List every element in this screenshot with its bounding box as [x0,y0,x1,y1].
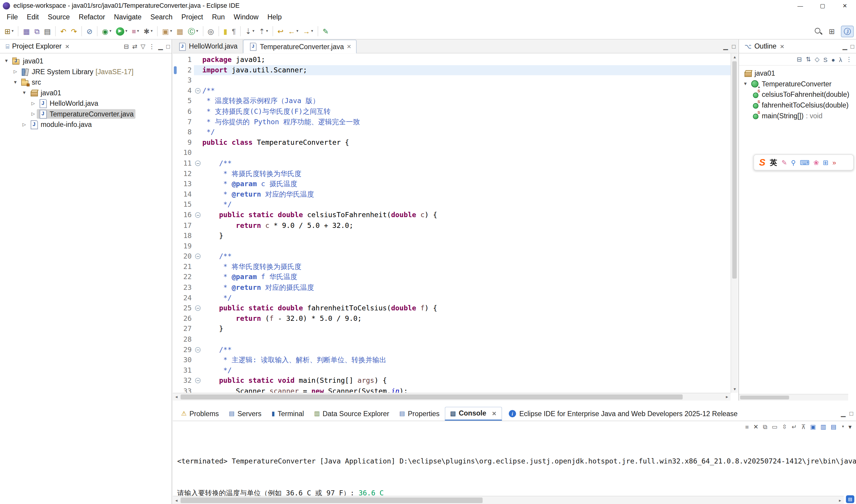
editor-tab-helloworld-java[interactable]: JHelloWorld.java [173,40,243,53]
fold-collapse-icon[interactable]: − [195,212,201,218]
next-annotation-button[interactable]: ⇣▾ [244,25,256,37]
fold-collapse-icon[interactable]: − [195,347,201,353]
scroll-up-icon[interactable]: ▴ [731,54,738,61]
ime-keyboard-icon[interactable]: ⌨ [800,159,809,166]
dropdown-arrow-icon[interactable]: ▾ [297,29,299,33]
show-on-stdout-icon[interactable]: ▣ [810,423,816,430]
code-text[interactable]: public static double celsiusToFahrenheit… [202,210,731,220]
link-with-editor-icon[interactable]: ⇄ [132,42,137,50]
menu-refactor[interactable]: Refactor [74,12,109,23]
java-ee-perspective-icon[interactable]: Ⓙ [841,25,854,37]
tree-item-java01[interactable]: ▼Jjava01 [0,56,172,67]
new-wizard-button[interactable]: ⊞▾ [3,25,15,37]
menu-search[interactable]: Search [146,12,177,23]
hide-non-public-icon[interactable]: ● [831,56,835,62]
hscroll-thumb[interactable] [181,394,683,399]
chevron-down-icon[interactable]: ▼ [3,58,10,64]
scroll-right-icon[interactable]: ▸ [724,394,731,401]
remove-launch-icon[interactable]: ✕ [753,423,758,430]
dropdown-arrow-icon[interactable]: ▾ [137,29,139,33]
tree-item-main-string[interactable]: Smain(String[]): void [739,110,856,121]
tree-item-temperatureconverter-java[interactable]: ▷JTemperatureConverter.java [0,109,172,120]
pin-console-icon[interactable]: ⊼ [801,423,806,430]
close-icon[interactable]: ✕ [65,43,70,50]
menu-project[interactable]: Project [177,12,208,23]
chevron-right-icon[interactable]: ▷ [21,122,28,127]
tree-item-java01[interactable]: ▼java01 [0,88,172,98]
code-text[interactable]: */ [202,293,731,303]
fold-collapse-icon[interactable]: − [195,305,201,311]
new-java-project-button[interactable]: ▣▾ [161,25,174,37]
code-text[interactable]: * 将摄氏度转换为华氏度 [202,168,731,179]
tab-problems[interactable]: ⚠Problems [176,407,224,420]
scroll-down-icon[interactable]: ▾ [731,385,738,393]
tab-data-source-explorer[interactable]: ▥Data Source Explorer [309,407,394,420]
code-text[interactable] [202,241,731,251]
code-text[interactable]: * @return 对应的摄氏温度 [202,282,731,293]
scroll-lock-icon[interactable]: ⇳ [782,423,787,430]
show-on-stderr-icon[interactable]: ▥ [820,423,826,430]
tab-project-explorer[interactable]: ⌸ Project Explorer ✕ [2,40,73,53]
ime-pen-icon[interactable]: ✎ [782,159,787,166]
code-text[interactable]: return c * 9.0 / 5.0 + 32.0; [202,220,731,231]
display-console-icon[interactable]: ▾ [849,423,852,430]
tree-item-java01[interactable]: java01 [739,68,856,79]
code-text[interactable]: * 支持摄氏度(C)与华氏度(F)之间互转 [202,106,731,117]
scroll-right-icon[interactable]: ▸ [836,497,843,504]
minimize-icon[interactable]: ▁ [843,42,848,50]
code-text[interactable]: * @return 对应的华氏温度 [202,189,731,200]
outline-hscrollbar[interactable] [739,394,848,400]
maximize-icon[interactable]: □ [851,43,854,50]
menu-help[interactable]: Help [263,12,286,23]
search-dialog-button[interactable]: ◎ [206,25,215,37]
dropdown-arrow-icon[interactable]: ▾ [252,29,254,33]
console-output[interactable]: <terminated> TemperatureConverter [Java … [173,432,856,496]
chevron-right-icon[interactable]: ▷ [12,69,19,74]
back-button[interactable]: ←▾ [286,25,300,37]
sogou-logo-icon[interactable]: S [759,157,765,168]
tree-item-fahrenheittocelsius-double[interactable]: SfahrenheitToCelsius(double) [739,100,856,110]
code-text[interactable]: * 主逻辑: 读取输入、解析、判断单位、转换并输出 [202,355,731,365]
open-perspective-icon[interactable]: ⊞ [826,25,837,37]
code-text[interactable] [202,334,731,345]
dropdown-arrow-icon[interactable]: ▾ [151,29,153,33]
dropdown-arrow-icon[interactable]: ▾ [125,29,127,33]
tree-item-helloworld-java[interactable]: ▷JHelloWorld.java [0,98,172,109]
dropdown-arrow-icon[interactable]: ▾ [266,29,268,33]
code-text[interactable]: * @param f 华氏温度 [202,272,731,283]
code-text[interactable]: return (f - 32.0) * 5.0 / 9.0; [202,314,731,324]
fold-collapse-icon[interactable]: − [195,161,201,166]
code-text[interactable]: public class TemperatureConverter { [202,138,731,148]
tab-console[interactable]: ▧Console✕ [445,407,502,420]
print-button[interactable]: ▤ [42,25,52,37]
code-text[interactable]: * 温度转换器示例程序（Java 版） [202,96,731,106]
ime-language-indicator[interactable]: 英 [770,157,777,167]
ime-mic-icon[interactable]: ⚲ [791,159,796,166]
sort-icon[interactable]: ⇅ [806,56,811,63]
code-text[interactable]: Scanner scanner = new Scanner(System.in)… [202,386,731,393]
hide-local-types-icon[interactable]: λ [839,56,842,62]
collapse-all-icon[interactable]: ⊟ [124,42,129,50]
clear-console-icon[interactable]: ▭ [772,423,777,430]
search-icon[interactable] [814,28,823,36]
tree-item-temperatureconverter[interactable]: ▼▸TemperatureConverter [739,79,856,89]
editor-vscrollbar[interactable]: ▴ ▾ [731,54,738,393]
menu-run[interactable]: Run [208,12,229,23]
fold-collapse-icon[interactable]: − [195,88,201,93]
show-whitespace-button[interactable]: ¶ [230,25,237,37]
code-text[interactable]: public static double fahrenheitToCelsius… [202,303,731,314]
menu-file[interactable]: File [2,12,22,23]
save-button[interactable]: ▦ [21,25,32,37]
dropdown-arrow-icon[interactable]: ▾ [109,29,111,33]
chevron-right-icon[interactable]: ▷ [30,101,37,106]
editor-tab-temperatureconverter-java[interactable]: JTemperatureConverter.java✕ [243,40,357,54]
close-icon[interactable]: ✕ [347,43,352,50]
tree-item-module-info-java[interactable]: ▷Jmodule-info.java [0,119,172,130]
pin-editor-button[interactable]: ✎ [321,25,331,37]
terminate-icon[interactable]: ■ [745,424,749,430]
dropdown-arrow-icon[interactable]: ▾ [170,29,172,33]
close-icon[interactable]: ✕ [492,411,497,417]
filter-icon[interactable]: ▽ [141,42,145,50]
mark-occurrences-button[interactable]: ▮ [222,25,229,37]
tab-properties[interactable]: ▤Properties [394,407,445,420]
